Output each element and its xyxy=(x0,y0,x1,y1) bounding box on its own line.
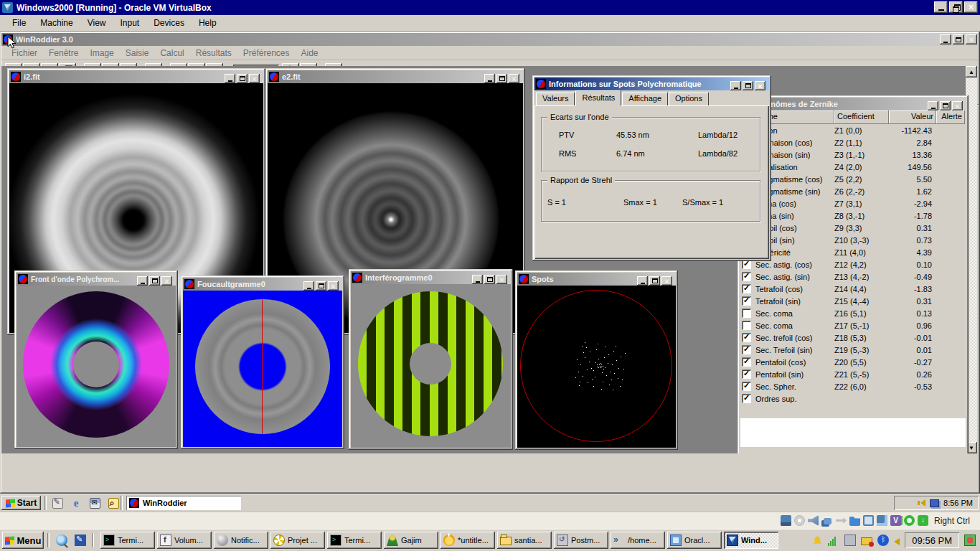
foucaultgram-close-button[interactable]: × xyxy=(328,281,339,291)
zernike-column-coefficient[interactable]: Coefficient xyxy=(834,110,889,124)
foucaultgram-minimize-button[interactable] xyxy=(303,281,314,291)
e2fit-minimize-button[interactable] xyxy=(484,74,495,83)
host-menu-button[interactable]: Menu xyxy=(2,532,44,549)
zernike-checkbox[interactable] xyxy=(742,369,751,379)
foucaultgram-titlebar[interactable]: Foucaultgramme0 × xyxy=(183,278,342,291)
zernike-titlebar[interactable]: Polynômes de Zernike × xyxy=(740,98,966,110)
vm-additions-icon[interactable] xyxy=(930,499,939,507)
wr-minimize-button[interactable] xyxy=(940,34,951,44)
wr-maximize-button[interactable] xyxy=(953,34,964,44)
interferogram-minimize-button[interactable] xyxy=(472,275,483,284)
wr-menu-fenêtre[interactable]: Fenêtre xyxy=(43,46,84,60)
network-adapters-icon[interactable] xyxy=(824,518,831,524)
speaker2-icon[interactable] xyxy=(894,538,900,545)
e2fit-titlebar[interactable]: e2.fit × xyxy=(268,70,523,83)
wavefront-minimize-button[interactable] xyxy=(137,276,148,286)
i2fit-maximize-button[interactable] xyxy=(237,74,248,83)
wr-menu-image[interactable]: Image xyxy=(84,46,119,60)
wr-menu-calcul[interactable]: Calcul xyxy=(154,46,189,60)
spots-titlebar[interactable]: Spots × xyxy=(517,273,676,286)
vbox-menu-machine[interactable]: Machine xyxy=(34,16,79,30)
interferogram-close-button[interactable]: × xyxy=(496,275,507,284)
vbox-restore-button[interactable] xyxy=(949,1,963,13)
web-search-launcher[interactable] xyxy=(55,533,69,547)
zernike-checkbox[interactable] xyxy=(742,333,751,342)
host-task-postm[interactable]: Postm... xyxy=(554,532,608,549)
signal-icon[interactable] xyxy=(828,534,839,546)
floppy-icon[interactable] xyxy=(844,534,856,546)
zernike-checkbox[interactable] xyxy=(742,345,751,354)
host-task-wind[interactable]: Wind... xyxy=(724,532,778,549)
info-dialog-titlebar[interactable]: Informations sur Spots Polychromatique × xyxy=(534,77,769,90)
wr-menu-saisie[interactable]: Saisie xyxy=(120,46,155,60)
vbox-menu-view[interactable]: View xyxy=(81,16,113,30)
tab-affichage[interactable]: Affichage xyxy=(622,93,668,105)
tab-valeurs[interactable]: Valeurs xyxy=(536,93,575,105)
show-desktop-icon[interactable] xyxy=(50,496,65,510)
taskbar-task-winroddier[interactable]: WinRoddier xyxy=(126,496,241,510)
host-task-volum[interactable]: Volum... xyxy=(157,532,212,549)
network-activity-icon[interactable] xyxy=(904,515,915,526)
foucaultgram-maximize-button[interactable] xyxy=(316,281,326,291)
cd-icon[interactable] xyxy=(794,515,805,526)
vbox-menu-file[interactable]: File xyxy=(6,16,32,30)
zernike-checkbox[interactable] xyxy=(742,309,751,318)
info-close-button[interactable]: × xyxy=(755,81,765,90)
interferogram-maximize-button[interactable] xyxy=(484,275,495,284)
volume-icon[interactable] xyxy=(920,499,925,507)
start-button[interactable]: Start xyxy=(1,496,41,510)
zernike-maximize-button[interactable] xyxy=(940,101,951,110)
info-minimize-button[interactable] xyxy=(730,81,741,90)
updates-icon[interactable] xyxy=(964,534,976,546)
seamless-icon[interactable] xyxy=(877,515,887,526)
wr-close-button[interactable]: × xyxy=(966,34,977,44)
tab-résultats[interactable]: Résultats xyxy=(575,90,621,105)
zernike-checkbox[interactable] xyxy=(742,321,751,330)
host-task-gajim[interactable]: Gajim xyxy=(384,532,438,549)
host-task-termi[interactable]: Termi... xyxy=(100,532,155,549)
folders-search-icon[interactable] xyxy=(106,496,121,510)
info-maximize-button[interactable] xyxy=(743,81,753,90)
i2fit-close-button[interactable]: × xyxy=(249,74,260,83)
vbox-close-button[interactable]: × xyxy=(964,1,978,13)
i2fit-minimize-button[interactable] xyxy=(225,74,235,83)
zernike-column-alerte[interactable]: Alerte xyxy=(936,110,965,124)
wr-menu-résultats[interactable]: Résultats xyxy=(190,46,237,60)
display-icon[interactable] xyxy=(863,515,874,526)
wr-menu-préférences[interactable]: Préférences xyxy=(237,46,296,60)
mail-icon[interactable] xyxy=(861,537,872,545)
virtualization-chip-icon[interactable]: V xyxy=(890,515,901,526)
workspace-scroll-up-button[interactable]: ▲ xyxy=(966,66,977,77)
i2fit-titlebar[interactable]: i2.fit × xyxy=(9,70,263,83)
winroddier-titlebar[interactable]: WinRoddier 3.0 × xyxy=(1,33,979,46)
wavefront-maximize-button[interactable] xyxy=(149,276,160,286)
host-task-notific[interactable]: Notific... xyxy=(214,532,268,549)
zernike-close-button[interactable]: × xyxy=(952,101,963,110)
zernike-checkbox[interactable] xyxy=(742,284,751,293)
outlook-icon[interactable] xyxy=(88,496,102,510)
zernike-checkbox[interactable] xyxy=(742,382,751,391)
vbox-menu-input[interactable]: Input xyxy=(114,16,146,30)
spots-minimize-button[interactable] xyxy=(637,276,648,286)
shared-folders-icon[interactable] xyxy=(849,515,860,526)
interferogram-titlebar[interactable]: Interférogramme0 × xyxy=(351,271,511,284)
spots-close-button[interactable]: × xyxy=(661,276,672,286)
hdd-icon[interactable] xyxy=(781,515,791,526)
usb-icon[interactable] xyxy=(836,515,847,526)
host-task-untitle[interactable]: *untitle... xyxy=(440,532,495,549)
audio-icon[interactable] xyxy=(808,515,819,526)
zernike-checkbox[interactable] xyxy=(742,296,751,306)
zernike-checkbox[interactable] xyxy=(742,272,751,281)
host-task-oracl[interactable]: Oracl... xyxy=(667,532,722,549)
tab-options[interactable]: Options xyxy=(669,93,709,105)
wavefront-titlebar[interactable]: Front d'onde Polychrom... × xyxy=(17,273,176,286)
vbox-menu-devices[interactable]: Devices xyxy=(147,16,191,30)
zernike-minimize-button[interactable] xyxy=(928,101,938,110)
edit-launcher[interactable] xyxy=(73,533,88,547)
bell-icon[interactable] xyxy=(813,536,821,545)
e2fit-close-button[interactable]: × xyxy=(509,74,519,83)
vbox-menu-help[interactable]: Help xyxy=(192,16,223,30)
downloads-icon[interactable]: ↓ xyxy=(918,515,928,526)
wr-menu-aide[interactable]: Aide xyxy=(296,46,324,60)
ie-icon[interactable]: e xyxy=(69,496,83,510)
